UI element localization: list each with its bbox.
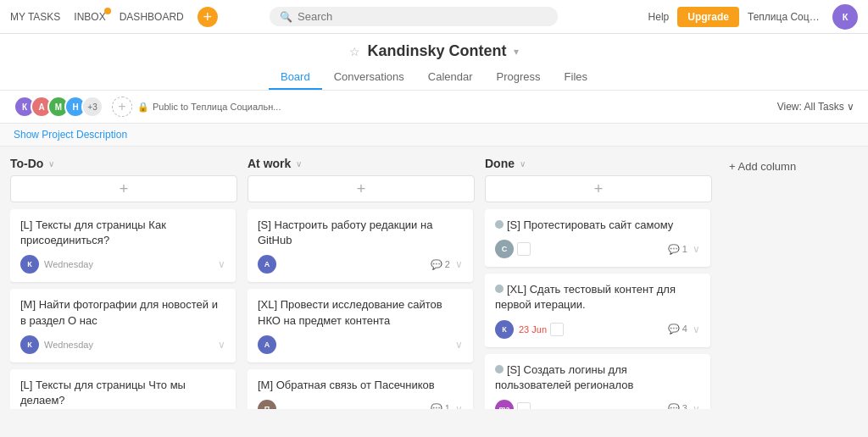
status-dot — [495, 365, 504, 373]
tab-conversations[interactable]: Conversations — [322, 65, 416, 90]
add-task-button[interactable]: + — [10, 175, 237, 202]
card-avatar: С — [495, 240, 514, 258]
card-title: [L] Тексты для страницы Что мы делаем? — [20, 378, 225, 408]
card-avatar: А — [258, 255, 276, 274]
card-actions: ∨ — [455, 339, 463, 351]
column-chevron[interactable]: ∨ — [520, 159, 526, 169]
check-icon — [517, 242, 531, 256]
star-icon[interactable]: ☆ — [349, 45, 360, 58]
card-footer-left: К 23 Jun — [495, 320, 564, 339]
card-title: [S] Настроить работу редакции на GitHub — [258, 218, 463, 248]
tab-board[interactable]: Board — [269, 65, 322, 90]
show-description-link[interactable]: Show Project Description — [14, 129, 127, 141]
card-actions: 💬 1 ∨ — [668, 243, 700, 255]
my-tasks-link[interactable]: MY TASKS — [10, 11, 60, 23]
check-icon — [517, 402, 531, 409]
nav-right: Help Upgrade Теплица Социаль... К — [648, 4, 858, 30]
task-card[interactable]: [L] Тексты для страницы Что мы делаем? К… — [10, 369, 236, 409]
project-tabs: BoardConversationsCalendarProgressFiles — [269, 65, 599, 90]
task-card[interactable]: [M] Обратная связь от Пасечников П 💬 1 ∨ — [248, 369, 473, 409]
column-chevron[interactable]: ∨ — [296, 159, 302, 169]
task-card[interactable]: [S] Создать логины для пользователей рег… — [485, 354, 710, 409]
card-date: Wednesday — [44, 340, 93, 350]
board-column: At work∨+ [S] Настроить работу редакции … — [248, 153, 475, 409]
status-dot — [495, 285, 504, 293]
card-avatar: ma — [495, 400, 514, 409]
card-avatar: К — [495, 320, 514, 339]
card-footer: К Wednesday ∨ — [20, 335, 225, 354]
card-actions: 💬 4 ∨ — [668, 324, 700, 335]
column-chevron[interactable]: ∨ — [48, 159, 54, 169]
search-icon: 🔍 — [280, 11, 292, 23]
add-task-button[interactable]: + — [485, 175, 712, 202]
card-footer: А ∨ — [258, 335, 463, 354]
user-avatar[interactable]: К — [832, 4, 858, 30]
card-footer-left: ma — [495, 400, 531, 409]
card-title: [XL] Провести исследование сайтов НКО на… — [258, 297, 463, 328]
expand-icon[interactable]: ∨ — [218, 339, 225, 351]
comment-count: 💬 4 — [668, 324, 687, 335]
board: To-Do∨+ [L] Тексты для страницы Как прис… — [0, 147, 868, 409]
inbox-link[interactable]: INBOX — [74, 11, 105, 23]
project-title-chevron[interactable]: ▾ — [514, 46, 519, 58]
card-actions: 💬 3 ∨ — [668, 403, 700, 409]
upgrade-button[interactable]: Upgrade — [677, 7, 739, 27]
expand-icon[interactable]: ∨ — [455, 403, 463, 409]
project-meta: КАМН+3 + 🔒 Public to Теплица Социальн...… — [0, 91, 868, 124]
card-date: Wednesday — [44, 259, 93, 269]
add-task-button[interactable]: + — [248, 175, 475, 202]
comment-count: 💬 1 — [431, 403, 450, 409]
task-card[interactable]: [M] Найти фотографии для новостей и в ра… — [10, 289, 236, 362]
project-title: Kandinsky Content — [367, 42, 506, 60]
expand-icon[interactable]: ∨ — [693, 243, 700, 255]
task-card[interactable]: [XL] Провести исследование сайтов НКО на… — [248, 289, 473, 362]
tab-progress[interactable]: Progress — [485, 65, 553, 90]
add-button[interactable]: + — [198, 7, 218, 27]
expand-icon[interactable]: ∨ — [455, 339, 463, 351]
task-card[interactable]: [XL] Сдать тестовый контент для первой и… — [485, 274, 710, 346]
card-title: [XL] Сдать тестовый контент для первой и… — [495, 282, 700, 313]
card-title: [S] Протестировать сайт самому — [495, 218, 700, 233]
column-title: To-Do — [10, 157, 43, 170]
dashboard-link[interactable]: DASHBOARD — [120, 11, 184, 23]
comment-count: 💬 3 — [668, 403, 687, 409]
search-input[interactable] — [298, 10, 548, 23]
card-title: [M] Обратная связь от Пасечников — [258, 378, 463, 393]
card-footer: А 💬 2 ∨ — [258, 255, 463, 274]
task-card[interactable]: [L] Тексты для страницы Как присоединить… — [10, 209, 236, 282]
card-footer-left: К Wednesday — [20, 335, 93, 354]
top-nav: MY TASKS INBOX DASHBOARD + 🔍 Help Upgrad… — [0, 0, 868, 34]
expand-icon[interactable]: ∨ — [218, 258, 225, 270]
expand-icon[interactable]: ∨ — [455, 258, 463, 270]
card-avatar: П — [258, 400, 276, 409]
task-card[interactable]: [S] Протестировать сайт самому С 💬 1 ∨ — [485, 209, 710, 267]
card-avatar: К — [20, 335, 39, 354]
board-column: Done∨+ [S] Протестировать сайт самому С … — [485, 153, 712, 409]
expand-icon[interactable]: ∨ — [693, 324, 700, 335]
card-avatar: А — [258, 335, 276, 354]
org-name: Теплица Социаль... — [748, 11, 824, 23]
card-footer: К Wednesday ∨ — [20, 255, 225, 274]
status-dot — [495, 220, 504, 229]
help-button[interactable]: Help — [648, 11, 670, 23]
tab-calendar[interactable]: Calendar — [416, 65, 485, 90]
board-column: To-Do∨+ [L] Тексты для страницы Как прис… — [10, 153, 237, 409]
card-footer-left: К Wednesday — [20, 255, 93, 274]
card-actions: ∨ — [218, 339, 225, 351]
card-footer: К 23 Jun 💬 4 ∨ — [495, 320, 700, 339]
card-footer: ma 💬 3 ∨ — [495, 400, 700, 409]
meta-left: КАМН+3 + 🔒 Public to Теплица Социальн... — [14, 96, 281, 118]
view-selector[interactable]: View: All Tasks ∨ — [777, 101, 854, 113]
project-title-row: ☆ Kandinsky Content ▾ — [349, 42, 518, 60]
card-avatar: К — [20, 255, 39, 274]
card-title: [L] Тексты для страницы Как присоединить… — [20, 218, 225, 248]
add-column-button[interactable]: + Add column — [722, 157, 803, 176]
column-title: At work — [248, 157, 291, 170]
add-member-button[interactable]: + — [112, 97, 132, 117]
card-footer-left: А — [258, 335, 276, 354]
task-card[interactable]: [S] Настроить работу редакции на GitHub … — [248, 209, 473, 282]
member-avatars: КАМН+3 — [14, 96, 103, 118]
card-footer-left: А — [258, 255, 276, 274]
tab-files[interactable]: Files — [553, 65, 599, 90]
expand-icon[interactable]: ∨ — [693, 403, 700, 409]
